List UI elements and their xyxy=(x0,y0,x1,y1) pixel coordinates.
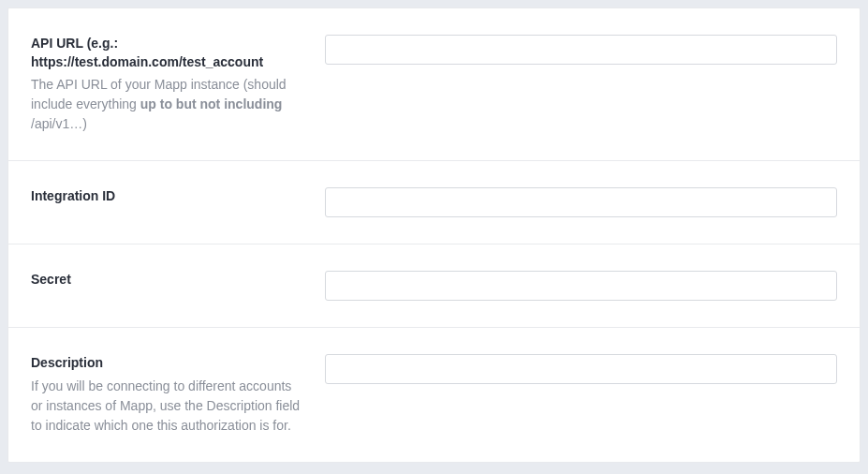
api-url-help-bold: up to but not including xyxy=(140,96,283,111)
form-row-integration-id: Integration ID xyxy=(8,161,860,244)
input-col xyxy=(325,354,837,436)
input-col xyxy=(325,187,837,217)
description-help: If you will be connecting to different a… xyxy=(31,377,302,436)
description-label: Description xyxy=(31,354,302,373)
api-url-input[interactable] xyxy=(325,35,837,65)
form-row-api-url: API URL (e.g.: https://test.domain.com/t… xyxy=(8,8,860,161)
api-url-label: API URL (e.g.: https://test.domain.com/t… xyxy=(31,35,302,71)
label-col: Description If you will be connecting to… xyxy=(31,354,302,436)
form-actions: Authorize Cancel xyxy=(7,463,861,474)
label-col: API URL (e.g.: https://test.domain.com/t… xyxy=(31,35,302,134)
input-col xyxy=(325,271,837,301)
form-row-secret: Secret xyxy=(8,244,860,328)
label-col: Integration ID xyxy=(31,187,302,217)
input-col xyxy=(325,35,837,134)
authorization-form: API URL (e.g.: https://test.domain.com/t… xyxy=(7,7,861,463)
description-input[interactable] xyxy=(325,354,837,384)
integration-id-label: Integration ID xyxy=(31,187,302,206)
secret-input[interactable] xyxy=(325,271,837,301)
label-col: Secret xyxy=(31,271,302,301)
api-url-help-after: /api/v1…) xyxy=(31,116,87,131)
api-url-help: The API URL of your Mapp instance (shoul… xyxy=(31,75,302,134)
secret-label: Secret xyxy=(31,271,302,289)
integration-id-input[interactable] xyxy=(325,187,837,217)
form-row-description: Description If you will be connecting to… xyxy=(8,328,860,462)
